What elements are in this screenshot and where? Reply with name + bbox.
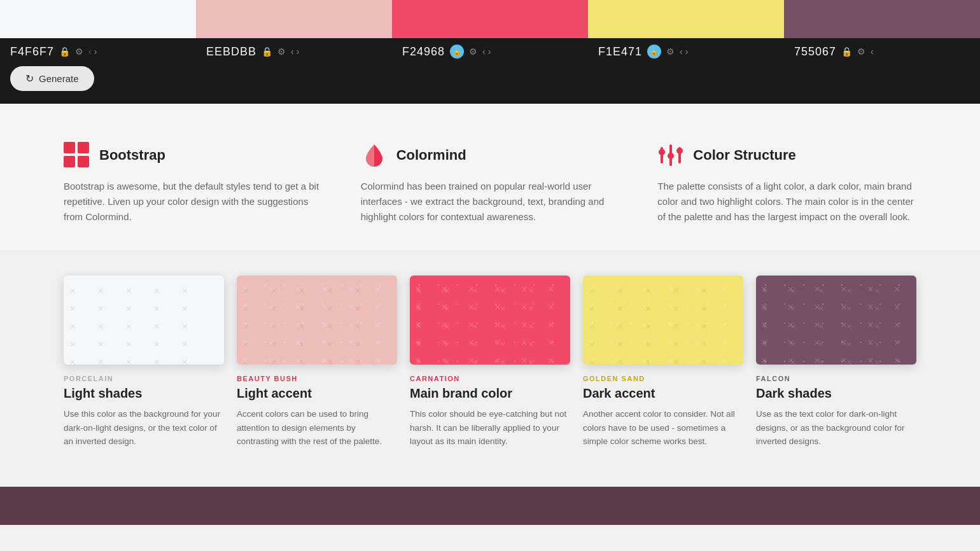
swatch-overlay-2: × × × × × × × × × × × × × × × × × × × × …	[410, 276, 570, 365]
card-name-0: Light shades	[64, 386, 224, 401]
swatch-1[interactable]	[196, 0, 392, 38]
svg-rect-0	[64, 142, 75, 153]
card-swatch-3: × × × × × × × × × × × × × × × × × × × × …	[583, 276, 743, 365]
nav-arrows-0: ‹ ›	[88, 46, 97, 57]
generate-label: Generate	[39, 73, 79, 84]
card-light-shades[interactable]: × × × × × × × × × × × × × × × × × × × × …	[64, 276, 224, 449]
refresh-icon: ↻	[25, 73, 34, 85]
color-control-3: F1E471 🔒 ⚙ ‹ ›	[588, 45, 784, 59]
card-desc-0: Use this color as the background for you…	[64, 407, 224, 449]
swatch-overlay-4: × × × × × × × × × × × × × × × × × × × × …	[756, 276, 916, 365]
next-arrow-2[interactable]: ›	[488, 46, 491, 57]
feature-color-structure: Color Structure The palette consists of …	[657, 142, 916, 225]
feature-header-bootstrap: Bootstrap	[64, 142, 323, 169]
color-control-0: F4F6F7 🔒 ⚙ ‹ ›	[0, 45, 196, 59]
card-light-accent[interactable]: × × × × × × × × × × × × × × × × × × × × …	[237, 276, 397, 449]
card-swatch-0: × × × × × × × × × × × × × × × × × × × × …	[64, 276, 224, 365]
card-desc-3: Another accent color to consider. Not al…	[583, 407, 743, 449]
card-desc-4: Use as the text color for dark-on-light …	[756, 407, 916, 449]
feature-title-bootstrap: Bootstrap	[99, 147, 165, 164]
card-desc-1: Accent colors can be used to bring atten…	[237, 407, 397, 449]
color-controls: F4F6F7 🔒 ⚙ ‹ › EEBDBB 🔒 ⚙ ‹ › F24968 🔒 ⚙…	[0, 38, 980, 59]
nav-arrows-3: ‹ ›	[680, 46, 688, 57]
card-small-name-2: CARNATION	[410, 375, 570, 382]
card-name-1: Light accent	[237, 386, 397, 401]
adjust-icon-1[interactable]: ⚙	[277, 46, 286, 57]
card-main-brand[interactable]: × × × × × × × × × × × × × × × × × × × × …	[410, 276, 570, 449]
card-dark-shades[interactable]: × × × × × × × × × × × × × × × × × × × × …	[756, 276, 916, 449]
next-arrow-1[interactable]: ›	[297, 46, 300, 57]
bootstrap-icon	[64, 142, 90, 169]
features-section: Bootstrap Bootstrap is awesome, but the …	[0, 104, 980, 250]
color-control-2: F24968 🔒 ⚙ ‹ ›	[392, 45, 588, 59]
footer	[0, 487, 980, 525]
card-small-name-3: GOLDEN SAND	[583, 375, 743, 382]
svg-rect-1	[78, 142, 89, 153]
card-dark-accent[interactable]: × × × × × × × × × × × × × × × × × × × × …	[583, 276, 743, 449]
swatch-3[interactable]	[588, 0, 784, 38]
svg-rect-3	[78, 156, 89, 167]
hex-0: F4F6F7	[10, 45, 54, 59]
adjust-icon-2[interactable]: ⚙	[469, 46, 477, 57]
color-swatches	[0, 0, 980, 38]
feature-header-color-structure: Color Structure	[657, 142, 916, 169]
card-small-name-1: BEAUTY BUSH	[237, 375, 397, 382]
sliders-icon	[657, 142, 684, 169]
svg-rect-2	[64, 156, 75, 167]
adjust-icon-0[interactable]: ⚙	[75, 46, 83, 57]
swatch-4[interactable]	[784, 0, 980, 38]
feature-title-colormind: Colormind	[396, 147, 466, 164]
nav-arrows-1: ‹ ›	[291, 46, 299, 57]
card-small-name-0: PORCELAIN	[64, 375, 224, 382]
lock-badge-3[interactable]: 🔒	[647, 45, 661, 59]
hex-3: F1E471	[598, 45, 642, 59]
prev-arrow-1[interactable]: ‹	[291, 46, 294, 57]
card-desc-2: This color should be eye-catching but no…	[410, 407, 570, 449]
drop-icon	[361, 142, 388, 169]
prev-arrow-3[interactable]: ‹	[680, 46, 683, 57]
feature-desc-colormind: Colormind has been trained on popular re…	[361, 179, 620, 225]
feature-desc-color-structure: The palette consists of a light color, a…	[657, 179, 916, 225]
swatch-2[interactable]	[392, 0, 588, 38]
adjust-icon-3[interactable]: ⚙	[666, 46, 675, 57]
svg-point-9	[676, 148, 683, 154]
adjust-icon-4[interactable]: ⚙	[857, 46, 865, 57]
feature-desc-bootstrap: Bootstrap is awesome, but the default st…	[64, 179, 323, 225]
swatch-0[interactable]	[0, 0, 196, 38]
swatch-overlay-3: × × × × × × × × × × × × × × × × × × × × …	[583, 276, 743, 365]
lock-badge-2[interactable]: 🔒	[450, 45, 464, 59]
lock-icon-0[interactable]: 🔒	[59, 46, 70, 57]
color-control-4: 755067 🔒 ⚙ ‹ ›	[784, 45, 980, 59]
prev-arrow-2[interactable]: ‹	[482, 46, 486, 57]
next-arrow-0[interactable]: ›	[94, 46, 97, 57]
feature-colormind: Colormind Colormind has been trained on …	[361, 142, 620, 225]
svg-point-7	[668, 153, 674, 159]
card-name-2: Main brand color	[410, 386, 570, 401]
card-swatch-2: × × × × × × × × × × × × × × × × × × × × …	[410, 276, 570, 365]
hex-4: 755067	[794, 45, 836, 59]
nav-arrows-2: ‹ ›	[482, 46, 491, 57]
feature-header-colormind: Colormind	[361, 142, 620, 169]
color-control-1: EEBDBB 🔒 ⚙ ‹ ›	[196, 45, 392, 59]
feature-bootstrap: Bootstrap Bootstrap is awesome, but the …	[64, 142, 323, 225]
swatch-overlay-0: × × × × × × × × × × × × × × × × × × × × …	[64, 276, 224, 365]
next-arrow-3[interactable]: ›	[685, 46, 689, 57]
cards-section: × × × × × × × × × × × × × × × × × × × × …	[0, 250, 980, 487]
top-bar: F4F6F7 🔒 ⚙ ‹ › EEBDBB 🔒 ⚙ ‹ › F24968 🔒 ⚙…	[0, 0, 980, 104]
prev-arrow-0[interactable]: ‹	[88, 46, 92, 57]
nav-arrows-4: ‹ ›	[871, 46, 879, 57]
card-name-3: Dark accent	[583, 386, 743, 401]
feature-title-color-structure: Color Structure	[693, 147, 795, 164]
hex-2: F24968	[402, 45, 445, 59]
card-name-4: Dark shades	[756, 386, 916, 401]
card-swatch-4: × × × × × × × × × × × × × × × × × × × × …	[756, 276, 916, 365]
prev-arrow-4[interactable]: ‹	[871, 46, 874, 57]
lock-icon-1[interactable]: 🔒	[262, 46, 272, 57]
swatch-overlay-1: × × × × × × × × × × × × × × × × × × × × …	[237, 276, 397, 365]
card-small-name-4: FALCON	[756, 375, 916, 382]
lock-icon-4[interactable]: 🔒	[841, 46, 852, 57]
generate-button[interactable]: ↻ Generate	[10, 66, 94, 91]
card-swatch-1: × × × × × × × × × × × × × × × × × × × × …	[237, 276, 397, 365]
hex-1: EEBDBB	[206, 45, 256, 59]
svg-point-5	[659, 149, 665, 155]
